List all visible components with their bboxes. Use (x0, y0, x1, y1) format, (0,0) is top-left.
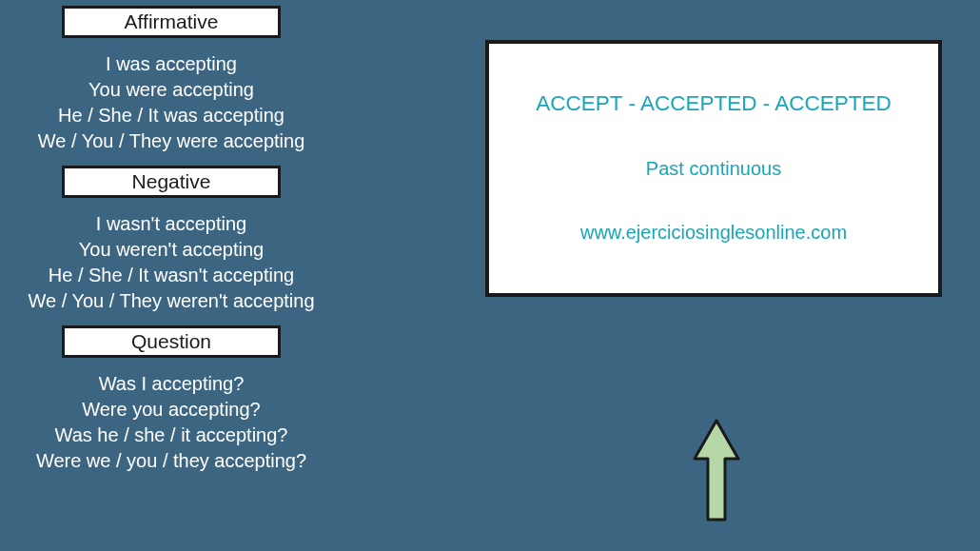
info-title: ACCEPT - ACCEPTED - ACCEPTED (536, 91, 891, 116)
affirmative-line: You were accepting (38, 77, 305, 103)
negative-line: We / You / They weren't accepting (28, 288, 314, 314)
up-arrow-icon (693, 419, 740, 527)
negative-line: You weren't accepting (28, 237, 314, 263)
question-line: Was I accepting? (36, 371, 306, 397)
question-line: Were we / you / they accepting? (36, 448, 306, 474)
info-subtitle: Past continuous (646, 158, 781, 180)
info-box: ACCEPT - ACCEPTED - ACCEPTED Past contin… (485, 40, 942, 297)
affirmative-label: Affirmative (62, 6, 281, 38)
question-line: Were you accepting? (36, 397, 306, 423)
negative-label: Negative (62, 166, 281, 198)
left-column: Affirmative I was accepting You were acc… (0, 0, 343, 480)
question-label: Question (62, 325, 281, 358)
negative-line: I wasn't accepting (28, 211, 314, 237)
negative-lines: I wasn't accepting You weren't accepting… (28, 211, 314, 314)
question-lines: Was I accepting? Were you accepting? Was… (36, 371, 306, 474)
question-line: Was he / she / it accepting? (36, 423, 306, 448)
info-url: www.ejerciciosinglesonline.com (580, 222, 847, 244)
affirmative-lines: I was accepting You were accepting He / … (38, 51, 305, 154)
affirmative-line: He / She / It was accepting (38, 103, 305, 128)
affirmative-line: We / You / They were accepting (38, 128, 305, 154)
negative-line: He / She / It wasn't accepting (28, 263, 314, 288)
affirmative-line: I was accepting (38, 51, 305, 77)
